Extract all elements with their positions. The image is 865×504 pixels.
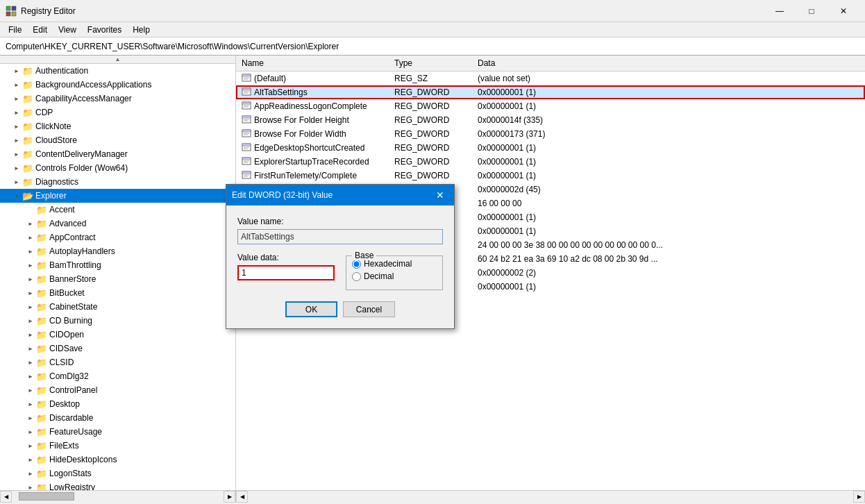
base-group: Base Hexadecimal Decimal: [346, 255, 443, 290]
value-data-col: Value data:: [237, 253, 335, 290]
dialog-buttons: OK Cancel: [237, 301, 443, 317]
dialog-body: Value name: Value data: Base Hexadecimal: [226, 205, 454, 328]
decimal-label: Decimal: [364, 271, 394, 281]
ok-button[interactable]: OK: [285, 301, 337, 317]
dialog-title-bar: Edit DWORD (32-bit) Value ✕: [226, 185, 454, 205]
base-legend: Base: [352, 251, 376, 260]
value-data-input[interactable]: [237, 265, 335, 280]
value-data-label: Value data:: [237, 253, 335, 262]
hexadecimal-radio[interactable]: [352, 260, 361, 269]
decimal-radio[interactable]: [352, 272, 361, 281]
base-col: Base Hexadecimal Decimal: [346, 253, 443, 290]
hexadecimal-label: Hexadecimal: [364, 259, 412, 269]
hexadecimal-radio-label[interactable]: Hexadecimal: [352, 259, 437, 269]
edit-dword-dialog: Edit DWORD (32-bit) Value ✕ Value name: …: [226, 184, 455, 329]
value-name-label: Value name:: [237, 217, 443, 226]
decimal-radio-label[interactable]: Decimal: [352, 271, 437, 281]
modal-overlay: Edit DWORD (32-bit) Value ✕ Value name: …: [0, 0, 865, 504]
value-name-input[interactable]: [237, 229, 443, 244]
cancel-button[interactable]: Cancel: [343, 301, 395, 317]
dialog-close-button[interactable]: ✕: [432, 187, 448, 203]
value-data-row: Value data: Base Hexadecimal Decimal: [237, 253, 443, 290]
dialog-title: Edit DWORD (32-bit) Value: [232, 190, 432, 200]
